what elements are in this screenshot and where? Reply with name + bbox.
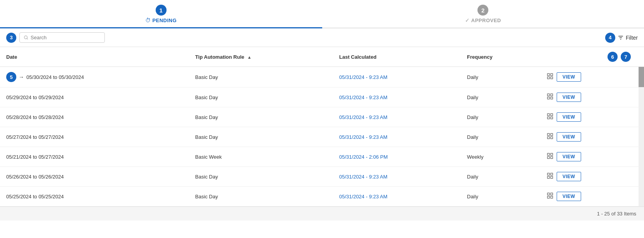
cell-frequency: Weekly: [461, 147, 540, 167]
grid-icon[interactable]: [547, 73, 554, 81]
step6-badge: 6: [608, 52, 618, 62]
view-button[interactable]: VIEW: [557, 172, 581, 181]
svg-rect-20: [547, 137, 549, 139]
cell-date: 5→05/30/2024 to 05/30/2024: [0, 67, 189, 88]
cell-date: 05/29/2024 to 05/29/2024: [0, 88, 189, 107]
svg-rect-16: [547, 117, 549, 119]
search-input[interactable]: [31, 35, 101, 40]
sort-arrow-rule: ▲: [247, 55, 252, 60]
svg-rect-7: [550, 77, 552, 79]
filter-icon: [618, 35, 624, 41]
cell-date: 05/21/2024 to 05/27/2024: [0, 147, 189, 167]
table-header-row: Date Tip Automation Rule ▲ Last Calculat…: [0, 47, 644, 67]
col-header-frequency: Frequency: [461, 47, 540, 67]
tab-approved-badge: 2: [477, 5, 488, 16]
search-icon: [24, 35, 28, 40]
cell-date: 05/26/2024 to 05/26/2024: [0, 167, 189, 187]
grid-icon[interactable]: [547, 152, 554, 161]
scrollbar-cell: [639, 67, 644, 88]
toolbar-right: 4 Filter: [605, 33, 638, 43]
view-button[interactable]: VIEW: [557, 93, 581, 102]
svg-rect-19: [550, 137, 552, 139]
cell-actions: VIEW: [540, 127, 639, 147]
cell-frequency: Daily: [461, 187, 540, 206]
view-button[interactable]: VIEW: [557, 152, 581, 161]
col-header-rule[interactable]: Tip Automation Rule ▲: [189, 47, 333, 67]
table-row: 05/28/2024 to 05/28/2024Basic Day05/31/2…: [0, 107, 644, 127]
cell-actions: VIEW: [540, 167, 639, 187]
svg-rect-22: [550, 153, 552, 155]
tab-approved[interactable]: 2 ✓ APPROVED: [322, 0, 644, 28]
col-header-last-calculated: Last Calculated: [333, 47, 461, 67]
view-button[interactable]: VIEW: [557, 72, 581, 82]
tab-pending-badge: 1: [156, 5, 167, 16]
cell-frequency: Daily: [461, 107, 540, 127]
svg-rect-25: [547, 173, 549, 175]
grid-icon[interactable]: [547, 93, 554, 102]
svg-rect-18: [550, 133, 552, 135]
cell-rule: Basic Week: [189, 147, 333, 167]
grid-icon[interactable]: [547, 133, 554, 141]
cell-rule: Basic Day: [189, 187, 333, 206]
scrollbar-cell: [639, 147, 644, 167]
svg-rect-8: [547, 77, 549, 79]
cell-date: 05/25/2024 to 05/25/2024: [0, 187, 189, 206]
filter-button[interactable]: Filter: [618, 35, 638, 41]
cell-rule: Basic Day: [189, 107, 333, 127]
cell-date: 05/28/2024 to 05/28/2024: [0, 107, 189, 127]
scrollbar-cell: [639, 88, 644, 107]
cell-last-calculated: 05/31/2024 - 9:23 AM: [333, 88, 461, 107]
svg-rect-13: [547, 114, 549, 116]
svg-rect-27: [550, 177, 552, 178]
cell-actions: VIEW: [540, 107, 639, 127]
table-footer: 1 - 25 of 33 Items: [0, 206, 644, 220]
date-text: 05/30/2024 to 05/30/2024: [26, 74, 84, 80]
cell-rule: Basic Day: [189, 167, 333, 187]
cell-last-calculated: 05/31/2024 - 9:23 AM: [333, 127, 461, 147]
grid-icon[interactable]: [547, 172, 554, 181]
svg-rect-17: [547, 133, 549, 135]
svg-rect-26: [550, 173, 552, 175]
grid-icon[interactable]: [547, 192, 554, 201]
cell-last-calculated: 05/31/2024 - 9:23 AM: [333, 67, 461, 88]
view-button[interactable]: VIEW: [557, 132, 581, 142]
cell-rule: Basic Day: [189, 88, 333, 107]
cell-date: 05/27/2024 to 05/27/2024: [0, 127, 189, 147]
view-button[interactable]: VIEW: [557, 192, 581, 201]
svg-rect-12: [547, 97, 549, 99]
cell-actions: VIEW: [540, 187, 639, 206]
svg-rect-31: [550, 196, 552, 198]
cell-actions: VIEW: [540, 88, 639, 107]
table-row: 05/26/2024 to 05/26/2024Basic Day05/31/2…: [0, 167, 644, 187]
table-wrapper: Date Tip Automation Rule ▲ Last Calculat…: [0, 47, 644, 206]
tab-pending[interactable]: 1 ⏱ PENDING: [0, 0, 322, 28]
scrollbar-cell: [639, 127, 644, 147]
cell-last-calculated: 05/31/2024 - 9:23 AM: [333, 187, 461, 206]
view-button[interactable]: VIEW: [557, 112, 581, 122]
col-header-actions: 6 7: [540, 47, 639, 67]
table-row: 05/25/2024 to 05/25/2024Basic Day05/31/2…: [0, 187, 644, 206]
svg-rect-29: [547, 193, 549, 195]
step7-badge: 7: [621, 52, 631, 62]
tab-bar: 1 ⏱ PENDING 2 ✓ APPROVED: [0, 0, 644, 28]
cell-rule: Basic Day: [189, 127, 333, 147]
tab-approved-label: APPROVED: [471, 18, 501, 23]
svg-rect-6: [550, 74, 552, 75]
table-row: 05/29/2024 to 05/29/2024Basic Day05/31/2…: [0, 88, 644, 107]
search-box[interactable]: [19, 32, 105, 43]
cell-last-calculated: 05/31/2024 - 9:23 AM: [333, 167, 461, 187]
cell-last-calculated: 05/31/2024 - 2:06 PM: [333, 147, 461, 167]
scrollbar-header: [639, 47, 644, 67]
svg-rect-9: [547, 94, 549, 96]
cell-actions: VIEW: [540, 67, 639, 88]
step5-badge: 5: [6, 72, 16, 82]
svg-rect-11: [550, 97, 552, 99]
cell-rule: Basic Day: [189, 67, 333, 88]
grid-icon[interactable]: [547, 113, 554, 121]
table-row: 05/21/2024 to 05/27/2024Basic Week05/31/…: [0, 147, 644, 167]
svg-rect-5: [547, 74, 549, 75]
cell-frequency: Daily: [461, 127, 540, 147]
svg-rect-24: [547, 157, 549, 159]
svg-rect-23: [550, 157, 552, 159]
svg-line-1: [27, 38, 28, 39]
